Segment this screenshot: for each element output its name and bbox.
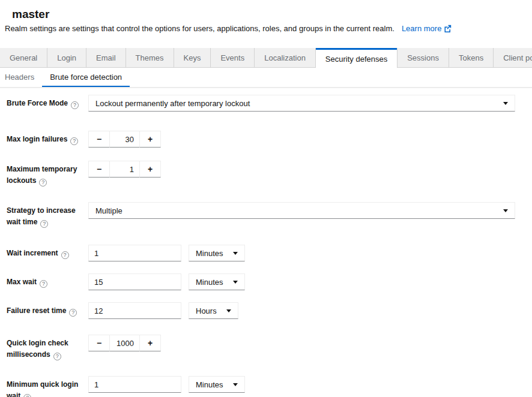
tab-keys[interactable]: Keys — [174, 48, 211, 68]
failure-reset-time-input[interactable] — [88, 302, 181, 319]
form-row-maximum-temporary-lockouts: Maximum temporary lockouts? − + — [7, 161, 515, 187]
tab-general[interactable]: General — [0, 48, 47, 68]
form-row-failure-reset-time: Failure reset time? Hours — [7, 302, 515, 319]
form-row-max-wait: Max wait? Minutes — [7, 273, 515, 290]
minimum-quick-login-wait-input[interactable] — [88, 376, 181, 393]
wait-increment-input[interactable] — [88, 245, 181, 261]
strategy-select[interactable]: Multiple — [88, 202, 515, 219]
field-label: Max wait? — [7, 273, 88, 288]
max-login-failures-input[interactable] — [110, 131, 139, 148]
tab-sessions[interactable]: Sessions — [397, 48, 449, 68]
tab-localization[interactable]: Localization — [255, 48, 316, 68]
quick-login-check-stepper: − + — [88, 335, 161, 351]
tab-login[interactable]: Login — [47, 48, 86, 68]
field-label: Failure reset time? — [7, 302, 88, 317]
caret-down-icon — [503, 102, 508, 105]
subtab-brute-force-detection[interactable]: Brute force detection — [42, 68, 130, 88]
failure-reset-time-unit-select[interactable]: Hours — [189, 302, 238, 319]
maximum-temporary-lockouts-stepper: − + — [88, 161, 161, 178]
minus-button[interactable]: − — [88, 161, 110, 178]
form-row-quick-login-check-milliseconds: Quick login check milliseconds? − + — [7, 335, 515, 360]
realm-settings-page: master Realm settings are settings that … — [0, 0, 532, 397]
maximum-temporary-lockouts-input[interactable] — [110, 161, 139, 178]
help-icon[interactable]: ? — [71, 101, 79, 109]
field-label: Wait increment? — [7, 245, 88, 259]
form-row-strategy-to-increase-wait-time: Strategy to increase wait time? Multiple — [7, 202, 515, 228]
tab-tokens[interactable]: Tokens — [449, 48, 494, 68]
max-wait-input[interactable] — [88, 273, 181, 290]
help-icon[interactable]: ? — [53, 353, 61, 360]
quick-login-check-input[interactable] — [110, 335, 139, 351]
minimum-quick-login-wait-unit-select[interactable]: Minutes — [189, 376, 245, 393]
form-row-max-login-failures: Max login failures? − + — [7, 131, 515, 148]
max-wait-unit-select[interactable]: Minutes — [189, 273, 245, 290]
external-link-icon — [444, 25, 452, 32]
field-label: Maximum temporary lockouts? — [7, 161, 88, 187]
security-defenses-subtabs: Headers Brute force detection — [5, 68, 130, 88]
caret-down-icon — [226, 309, 231, 312]
help-icon[interactable]: ? — [70, 137, 78, 145]
tab-events[interactable]: Events — [211, 48, 255, 68]
page-description: Realm settings are settings that control… — [5, 24, 452, 33]
field-label: Minimum quick login wait? — [7, 376, 88, 397]
field-label: Strategy to increase wait time? — [7, 202, 88, 228]
tab-themes[interactable]: Themes — [126, 48, 174, 68]
caret-down-icon — [233, 281, 238, 284]
brute-force-mode-select[interactable]: Lockout permanently after temporary lock… — [88, 95, 515, 112]
form-row-wait-increment: Wait increment? Minutes — [7, 245, 515, 261]
field-label: Max login failures? — [7, 131, 88, 145]
field-label: Brute Force Mode? — [7, 95, 88, 109]
help-icon[interactable]: ? — [61, 251, 69, 259]
subtab-divider — [0, 87, 532, 88]
brute-force-detection-form: Brute Force Mode? Lockout permanently af… — [7, 95, 515, 397]
caret-down-icon — [503, 209, 508, 212]
description-text: Realm settings are settings that control… — [5, 24, 394, 33]
learn-more-link[interactable]: Learn more — [402, 24, 452, 33]
help-icon[interactable]: ? — [39, 179, 47, 187]
help-icon[interactable]: ? — [40, 280, 47, 288]
plus-button[interactable]: + — [139, 335, 161, 351]
help-icon[interactable]: ? — [69, 309, 77, 317]
page-title: master — [12, 8, 49, 21]
caret-down-icon — [233, 383, 238, 386]
form-row-minimum-quick-login-wait: Minimum quick login wait? Minutes — [7, 376, 515, 397]
tab-security-defenses[interactable]: Security defenses — [316, 48, 397, 68]
minus-button[interactable]: − — [88, 335, 110, 351]
caret-down-icon — [233, 252, 238, 255]
realm-settings-tabbar: General Login Email Themes Keys Events L… — [0, 48, 532, 68]
help-icon[interactable]: ? — [40, 220, 48, 228]
plus-button[interactable]: + — [139, 161, 161, 178]
tab-client-policies[interactable]: Client policies — [494, 48, 532, 68]
field-label: Quick login check milliseconds? — [7, 335, 88, 360]
form-row-brute-force-mode: Brute Force Mode? Lockout permanently af… — [7, 95, 515, 112]
wait-increment-unit-select[interactable]: Minutes — [189, 245, 245, 261]
tab-email[interactable]: Email — [86, 48, 126, 68]
subtab-headers[interactable]: Headers — [5, 68, 42, 88]
minus-button[interactable]: − — [88, 131, 110, 148]
max-login-failures-stepper: − + — [88, 131, 161, 148]
plus-button[interactable]: + — [139, 131, 161, 148]
help-icon[interactable]: ? — [23, 394, 31, 397]
